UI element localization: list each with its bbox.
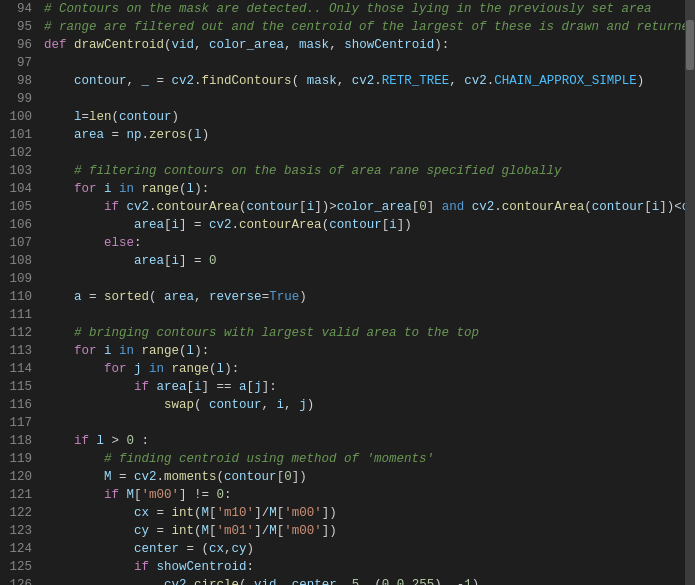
ln-98: 98 bbox=[0, 72, 32, 90]
ln-123: 123 bbox=[0, 522, 32, 540]
ln-112: 112 bbox=[0, 324, 32, 342]
ln-125: 125 bbox=[0, 558, 32, 576]
ln-120: 120 bbox=[0, 468, 32, 486]
ln-100: 100 bbox=[0, 108, 32, 126]
code-line-122: cx = int(M['m10']/M['m00']) bbox=[44, 504, 695, 522]
code-line-105: if cv2.contourArea(contour[i])>color_are… bbox=[44, 198, 695, 216]
code-line-99 bbox=[44, 90, 695, 108]
line-numbers: 94 95 96 97 98 99 100 101 102 103 104 10… bbox=[0, 0, 38, 585]
ln-94: 94 bbox=[0, 0, 32, 18]
vertical-scrollbar[interactable] bbox=[685, 0, 695, 585]
code-content[interactable]: # Contours on the mask are detected.. On… bbox=[38, 0, 695, 585]
ln-106: 106 bbox=[0, 216, 32, 234]
ln-96: 96 bbox=[0, 36, 32, 54]
code-line-107: else: bbox=[44, 234, 695, 252]
code-line-111 bbox=[44, 306, 695, 324]
ln-124: 124 bbox=[0, 540, 32, 558]
ln-118: 118 bbox=[0, 432, 32, 450]
ln-102: 102 bbox=[0, 144, 32, 162]
ln-101: 101 bbox=[0, 126, 32, 144]
code-line-102 bbox=[44, 144, 695, 162]
code-line-106: area[i] = cv2.contourArea(contour[i]) bbox=[44, 216, 695, 234]
code-line-119: # finding centroid using method of 'mome… bbox=[44, 450, 695, 468]
code-line-109 bbox=[44, 270, 695, 288]
code-line-114: for j in range(l): bbox=[44, 360, 695, 378]
ln-99: 99 bbox=[0, 90, 32, 108]
ln-105: 105 bbox=[0, 198, 32, 216]
code-line-123: cy = int(M['m01']/M['m00']) bbox=[44, 522, 695, 540]
ln-115: 115 bbox=[0, 378, 32, 396]
ln-103: 103 bbox=[0, 162, 32, 180]
ln-122: 122 bbox=[0, 504, 32, 522]
code-line-97 bbox=[44, 54, 695, 72]
ln-114: 114 bbox=[0, 360, 32, 378]
code-line-121: if M['m00'] != 0: bbox=[44, 486, 695, 504]
ln-107: 107 bbox=[0, 234, 32, 252]
ln-126: 126 bbox=[0, 576, 32, 585]
code-line-117 bbox=[44, 414, 695, 432]
ln-95: 95 bbox=[0, 18, 32, 36]
code-line-98: contour, _ = cv2.findContours( mask, cv2… bbox=[44, 72, 695, 90]
code-line-100: l=len(contour) bbox=[44, 108, 695, 126]
ln-121: 121 bbox=[0, 486, 32, 504]
ln-119: 119 bbox=[0, 450, 32, 468]
code-line-96: def drawCentroid(vid, color_area, mask, … bbox=[44, 36, 695, 54]
ln-116: 116 bbox=[0, 396, 32, 414]
code-line-126: cv2.circle( vid, center, 5, (0,0,255), -… bbox=[44, 576, 695, 585]
ln-109: 109 bbox=[0, 270, 32, 288]
code-line-115: if area[i] == a[j]: bbox=[44, 378, 695, 396]
code-line-103: # filtering contours on the basis of are… bbox=[44, 162, 695, 180]
code-editor: 94 95 96 97 98 99 100 101 102 103 104 10… bbox=[0, 0, 695, 585]
ln-97: 97 bbox=[0, 54, 32, 72]
ln-110: 110 bbox=[0, 288, 32, 306]
code-line-125: if showCentroid: bbox=[44, 558, 695, 576]
code-line-101: area = np.zeros(l) bbox=[44, 126, 695, 144]
code-line-94: # Contours on the mask are detected.. On… bbox=[44, 0, 695, 18]
ln-104: 104 bbox=[0, 180, 32, 198]
ln-108: 108 bbox=[0, 252, 32, 270]
ln-117: 117 bbox=[0, 414, 32, 432]
code-line-116: swap( contour, i, j) bbox=[44, 396, 695, 414]
code-line-108: area[i] = 0 bbox=[44, 252, 695, 270]
code-line-104: for i in range(l): bbox=[44, 180, 695, 198]
code-line-112: # bringing contours with largest valid a… bbox=[44, 324, 695, 342]
code-line-124: center = (cx,cy) bbox=[44, 540, 695, 558]
ln-113: 113 bbox=[0, 342, 32, 360]
ln-111: 111 bbox=[0, 306, 32, 324]
scrollbar-thumb[interactable] bbox=[686, 20, 694, 70]
code-line-118: if l > 0 : bbox=[44, 432, 695, 450]
code-line-110: a = sorted( area, reverse=True) bbox=[44, 288, 695, 306]
code-line-113: for i in range(l): bbox=[44, 342, 695, 360]
code-line-95: # range are filtered out and the centroi… bbox=[44, 18, 695, 36]
code-line-120: M = cv2.moments(contour[0]) bbox=[44, 468, 695, 486]
